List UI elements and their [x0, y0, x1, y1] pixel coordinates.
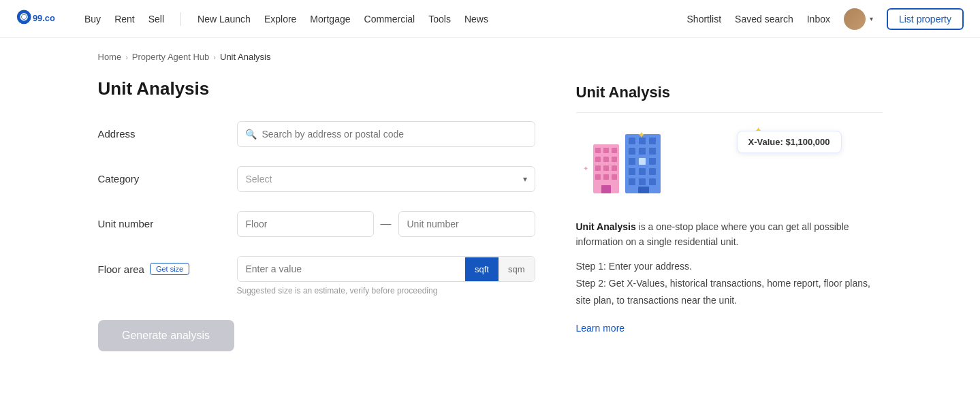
user-menu[interactable]: ▾ — [844, 8, 873, 30]
nav-sell[interactable]: Sell — [148, 11, 164, 27]
step-2: Step 2: Get X-Values, historical transac… — [576, 275, 883, 309]
sqft-button[interactable]: sqft — [465, 257, 499, 281]
unit-input[interactable] — [398, 211, 535, 237]
nav-buy[interactable]: Buy — [84, 11, 101, 27]
learn-more-link[interactable]: Learn more — [576, 323, 625, 334]
address-input-wrapper: 🔍 — [237, 121, 535, 147]
steps-text: Step 1: Enter your address. Step 2: Get … — [576, 258, 883, 310]
svg-rect-8 — [603, 157, 609, 162]
nav-news[interactable]: News — [464, 11, 488, 27]
chevron-down-icon: ▾ — [870, 15, 873, 22]
floor-area-input[interactable] — [238, 257, 465, 281]
address-control: 🔍 — [237, 121, 535, 147]
svg-rect-20 — [649, 138, 656, 144]
svg-rect-29 — [649, 168, 656, 175]
address-label: Address — [98, 121, 221, 140]
svg-rect-22 — [639, 148, 646, 155]
svg-rect-13 — [595, 174, 601, 180]
svg-rect-15 — [612, 174, 617, 180]
category-row: Category Select ▾ — [98, 166, 535, 192]
floor-area-hint: Suggested size is an estimate, verify be… — [237, 286, 535, 295]
unit-analysis-bold: Unit Analysis — [576, 221, 636, 232]
logo[interactable]: 99.co — [16, 8, 65, 30]
svg-rect-33 — [638, 187, 649, 193]
form-section: Address 🔍 Category Select — [98, 121, 535, 295]
list-property-button[interactable]: List property — [887, 8, 964, 30]
category-select[interactable]: Select — [237, 166, 535, 192]
svg-rect-30 — [629, 178, 635, 185]
nav-mortgage[interactable]: Mortgage — [310, 11, 350, 27]
right-panel: Unit Analysis ✦ ✦ ✦ ✦ — [576, 78, 883, 351]
get-size-button[interactable]: Get size — [150, 263, 189, 275]
avatar — [844, 8, 866, 30]
sqm-button[interactable]: sqm — [499, 257, 535, 281]
page-title: Unit Analysis — [98, 78, 535, 99]
breadcrumb: Home › Property Agent Hub › Unit Analysi… — [98, 38, 883, 73]
floor-area-text: Floor area — [98, 263, 144, 275]
breadcrumb-sep-2: › — [213, 53, 216, 61]
svg-rect-7 — [595, 157, 601, 162]
floor-area-control: sqft sqm Suggested size is an estimate, … — [237, 256, 535, 295]
floor-area-label: Floor area Get size — [98, 256, 221, 275]
nav-right: Shortlist Saved search Inbox ▾ List prop… — [687, 8, 964, 30]
breadcrumb-hub[interactable]: Property Agent Hub — [132, 52, 209, 62]
breadcrumb-current: Unit Analysis — [220, 52, 270, 62]
left-panel: Unit Analysis Address 🔍 Category — [98, 78, 535, 351]
floor-area-row: Floor area Get size sqft sqm Suggest — [98, 256, 535, 295]
nav-inbox[interactable]: Inbox — [807, 14, 830, 25]
search-icon: 🔍 — [245, 129, 257, 140]
svg-rect-26 — [649, 158, 656, 165]
navbar: 99.co Buy Rent Sell New Launch Explore M… — [0, 0, 980, 38]
svg-rect-21 — [629, 148, 635, 155]
svg-rect-14 — [603, 174, 609, 180]
floor-input[interactable] — [237, 211, 374, 237]
nav-saved-search[interactable]: Saved search — [735, 14, 793, 25]
nav-shortlist[interactable]: Shortlist — [687, 14, 722, 25]
svg-point-1 — [22, 14, 26, 18]
svg-rect-10 — [595, 165, 601, 171]
address-input[interactable] — [237, 121, 535, 147]
floor-area-label-wrapper: Floor area Get size — [98, 263, 221, 275]
svg-rect-27 — [629, 168, 635, 175]
category-select-wrapper: Select ▾ — [237, 166, 535, 192]
svg-rect-28 — [639, 168, 646, 175]
unit-number-inputs: — — [237, 211, 535, 237]
svg-rect-32 — [649, 178, 656, 185]
unit-toggle: sqft sqm — [465, 257, 535, 281]
unit-dash: — — [381, 218, 392, 230]
nav-commercial[interactable]: Commercial — [364, 11, 415, 27]
svg-rect-5 — [603, 148, 609, 153]
svg-text:99.co: 99.co — [33, 13, 55, 23]
svg-rect-4 — [595, 148, 601, 153]
sparkle-icon-4: ✦ — [583, 165, 588, 172]
xvalue-bubble: X-Value: $1,100,000 — [737, 131, 842, 153]
category-label: Category — [98, 166, 221, 185]
unit-number-control: — — [237, 211, 535, 237]
sparkle-icon-1: ✦ — [637, 129, 646, 140]
right-panel-title: Unit Analysis — [576, 84, 883, 113]
breadcrumb-home[interactable]: Home — [98, 52, 122, 62]
svg-rect-23 — [649, 148, 656, 155]
building-svg — [590, 131, 665, 199]
breadcrumb-sep-1: › — [125, 53, 128, 61]
nav-tools[interactable]: Tools — [428, 11, 451, 27]
nav-rent[interactable]: Rent — [114, 11, 135, 27]
floor-area-input-row: sqft sqm — [237, 256, 535, 282]
svg-rect-6 — [612, 148, 617, 153]
illustration-area: ✦ ✦ ✦ ✦ — [576, 124, 883, 206]
nav-links: Buy Rent Sell New Launch Explore Mortgag… — [84, 11, 687, 27]
category-control: Select ▾ — [237, 166, 535, 192]
svg-rect-9 — [612, 157, 617, 162]
nav-explore[interactable]: Explore — [264, 11, 296, 27]
svg-rect-18 — [629, 138, 635, 144]
unit-number-label: Unit number — [98, 211, 221, 229]
nav-divider — [180, 12, 181, 26]
step-1: Step 1: Enter your address. — [576, 258, 883, 275]
svg-rect-25 — [639, 158, 646, 165]
svg-rect-31 — [639, 178, 646, 185]
svg-rect-16 — [601, 185, 611, 193]
nav-newlaunch[interactable]: New Launch — [197, 11, 251, 27]
unit-analysis-description: Unit Analysis is a one-stop place where … — [576, 219, 883, 250]
unit-number-row: Unit number — — [98, 211, 535, 237]
generate-analysis-button[interactable]: Generate analysis — [98, 320, 234, 351]
